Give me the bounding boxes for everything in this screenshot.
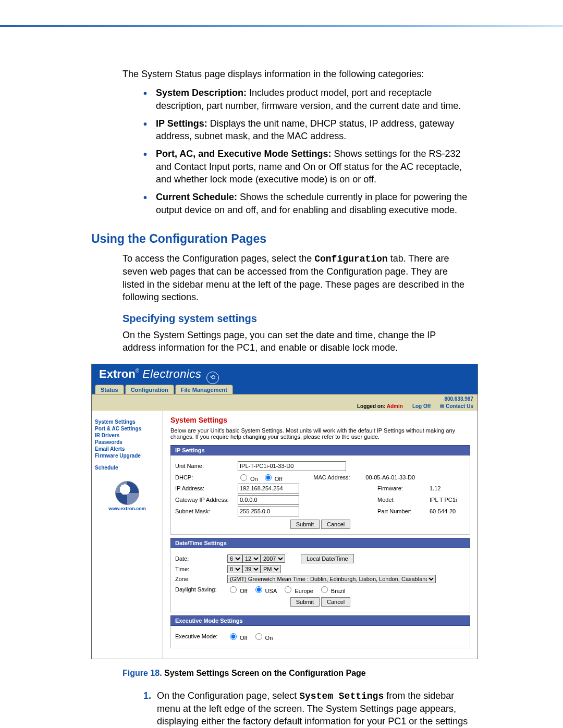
model-label: Model: <box>377 497 430 503</box>
dt-submit-button[interactable]: Submit <box>290 597 320 607</box>
exec-header: Executive Mode Settings <box>170 615 470 626</box>
bullet-label: IP Settings: <box>156 118 207 129</box>
info-bar: 800.633.987 <box>92 394 478 403</box>
datetime-panel: Date: 6 12 2007 Local Date/Time Time: 8 … <box>170 548 470 612</box>
tab-status[interactable]: Status <box>95 385 124 394</box>
ip-label: IP Address: <box>175 485 238 491</box>
embed-brand-header: Extron® Electronics ⟲ <box>92 364 478 385</box>
day-select[interactable]: 12 <box>242 554 261 563</box>
zone-label: Zone: <box>175 576 227 582</box>
time-label: Time: <box>175 566 227 572</box>
mask-label: Subnet Mask: <box>175 508 238 514</box>
sidebar-item-schedule[interactable]: Schedule <box>95 465 160 471</box>
system-settings-screenshot: Extron® Electronics ⟲ Status Configurati… <box>91 364 478 659</box>
datetime-header: Date/Time Settings <box>170 538 470 548</box>
dhcp-on[interactable]: On <box>238 473 258 482</box>
ds-off[interactable]: Off <box>227 585 248 594</box>
model-value: IPL T PC1i <box>430 497 457 503</box>
tab-configuration[interactable]: Configuration <box>125 385 174 394</box>
section-paragraph: To access the Configuration pages, selec… <box>91 252 472 303</box>
logged-on-label: Logged on: Admin <box>357 403 403 409</box>
main-description: Below are your Unit's basic System Setti… <box>170 427 470 440</box>
bullet-label: System Description: <box>156 88 247 98</box>
ds-label: Daylight Saving: <box>175 586 227 593</box>
contact-link[interactable]: ✉ Contact Us <box>440 403 473 409</box>
hour-select[interactable]: 8 <box>227 565 242 573</box>
part-value: 60-544-20 <box>430 508 456 514</box>
minute-select[interactable]: 39 <box>242 565 261 573</box>
sidebar-item-ir-drivers[interactable]: IR Drivers <box>95 433 160 438</box>
exec-panel: Executive Mode: Off On <box>170 626 470 648</box>
status-categories-list: System Description: Includes product mod… <box>91 87 472 216</box>
bullet-label: Port, AC, and Executive Mode Settings: <box>156 149 331 159</box>
local-datetime-button[interactable]: Local Date/Time <box>301 554 354 563</box>
dt-cancel-button[interactable]: Cancel <box>321 597 350 607</box>
ip-input[interactable] <box>238 484 299 493</box>
mac-label: MAC Address: <box>313 474 365 480</box>
main-title: System Settings <box>170 416 470 424</box>
section-heading: Using the Configuration Pages <box>91 232 472 246</box>
gateway-label: Gateway IP Address: <box>175 497 238 503</box>
sidebar-item-email-alerts[interactable]: Email Alerts <box>95 446 160 452</box>
exec-on[interactable]: On <box>253 632 273 641</box>
extron-logo-icon: ⟲ <box>206 372 219 384</box>
unit-name-label: Unit Name: <box>175 463 238 469</box>
zone-select[interactable]: (GMT) Greenwich Mean Time : Dublin, Edin… <box>227 575 436 583</box>
extron-swirl-icon <box>115 481 139 505</box>
dhcp-off[interactable]: Off <box>262 473 283 482</box>
sidebar-item-passwords[interactable]: Passwords <box>95 439 160 445</box>
steps-list: On the Configuration page, select System… <box>91 689 472 728</box>
mask-input[interactable] <box>238 507 299 516</box>
ampm-select[interactable]: PM <box>261 565 281 573</box>
sidebar: System Settings Port & AC Settings IR Dr… <box>92 411 163 659</box>
exec-label: Executive Mode: <box>175 633 227 639</box>
ip-settings-header: IP Settings <box>170 445 470 455</box>
phone-number: 800.633.987 <box>444 396 473 402</box>
unit-name-input[interactable] <box>238 461 346 471</box>
tab-row: Status Configuration File Management <box>92 385 478 394</box>
firmware-value: 1.12 <box>430 485 440 491</box>
ip-submit-button[interactable]: Submit <box>290 520 320 529</box>
subsection-paragraph: On the System Settings page, you can set… <box>91 329 472 354</box>
part-label: Part Number: <box>377 508 430 514</box>
main-panel: System Settings Below are your Unit's ba… <box>163 411 478 659</box>
ds-europe[interactable]: Europe <box>282 585 313 594</box>
gateway-input[interactable] <box>238 495 299 505</box>
sidebar-item-system-settings[interactable]: System Settings <box>95 419 160 425</box>
sidebar-item-port-ac[interactable]: Port & AC Settings <box>95 426 160 431</box>
month-select[interactable]: 6 <box>227 554 242 563</box>
bullet-label: Current Schedule: <box>156 192 237 202</box>
firmware-label: Firmware: <box>377 485 430 491</box>
logoff-link[interactable]: Log Off <box>412 403 431 409</box>
mac-value: 00-05-A6-01-33-D0 <box>365 474 415 480</box>
figure-caption: Figure 18. System Settings Screen on the… <box>91 669 472 678</box>
exec-off[interactable]: Off <box>227 632 248 641</box>
year-select[interactable]: 2007 <box>261 554 285 563</box>
dhcp-label: DHCP: <box>175 474 238 480</box>
intro-text: The System Status page displays informat… <box>91 68 472 80</box>
ds-brazil[interactable]: Brazil <box>319 585 346 594</box>
info-bar-2: Logged on: Admin Log Off ✉ Contact Us <box>92 403 478 411</box>
date-label: Date: <box>175 556 227 562</box>
subsection-heading: Specifying system settings <box>123 313 472 325</box>
extron-url[interactable]: www.extron.com <box>95 506 160 511</box>
ds-usa[interactable]: USA <box>253 585 277 594</box>
ip-settings-panel: Unit Name: DHCP: On Off MAC Address: 00-… <box>170 455 470 535</box>
sidebar-item-firmware-upgrade[interactable]: Firmware Upgrade <box>95 453 160 459</box>
step-1: On the Configuration page, select System… <box>143 689 472 728</box>
tab-file-management[interactable]: File Management <box>175 385 233 394</box>
code-text: Configuration <box>314 254 387 264</box>
ip-cancel-button[interactable]: Cancel <box>321 520 350 529</box>
